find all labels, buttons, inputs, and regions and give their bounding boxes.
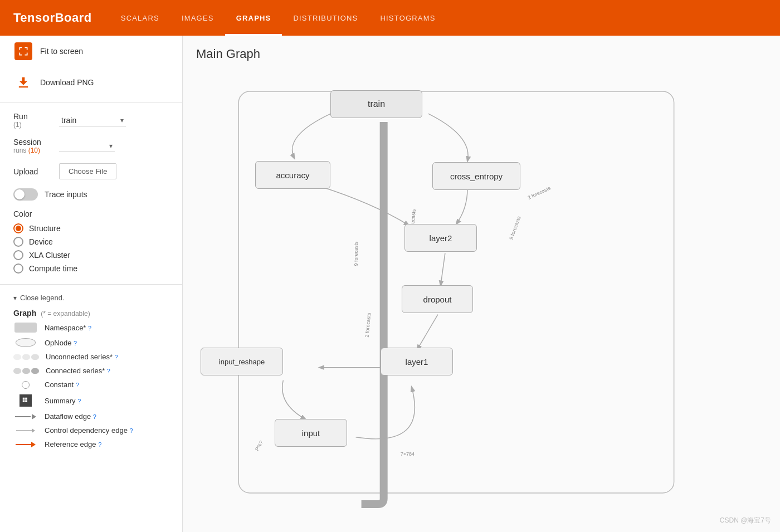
radio-device — [13, 237, 23, 247]
svg-text:2 forecasts: 2 forecasts — [527, 185, 552, 201]
session-label-block: Session runs (10) — [13, 138, 52, 154]
sidebar: Fit to screen Download PNG Run (1) — [0, 36, 183, 532]
namespace-label: Namespace* ? — [45, 324, 91, 332]
upload-row: Upload Choose File — [0, 159, 182, 184]
constant-label: Constant ? — [45, 380, 79, 389]
nav-distributions[interactable]: DISTRIBUTIONS — [282, 0, 369, 36]
main-layout: Fit to screen Download PNG Run (1) — [0, 36, 780, 532]
node-dropout[interactable]: dropout — [402, 285, 473, 313]
radio-xla — [13, 250, 23, 260]
node-accuracy[interactable]: accuracy — [255, 161, 330, 189]
legend-item-control: Control dependency edge ? — [0, 423, 182, 437]
run-label-block: Run (1) — [13, 112, 52, 129]
svg-text:9 forecasts: 9 forecasts — [353, 241, 359, 266]
graph-canvas: Main Graph — [183, 36, 780, 532]
summary-box — [20, 394, 32, 407]
upload-label: Upload — [13, 167, 52, 176]
graph-svg: %784 9 forecasts 11 forecasts 2 forecast… — [183, 69, 780, 532]
legend-item-opnode: OpNode ? — [0, 335, 182, 350]
reference-label: Reference edge ? — [45, 440, 101, 448]
legend-item-connected: Connected series* ? — [0, 364, 182, 378]
download-svg — [16, 75, 31, 90]
nav-graphs[interactable]: GRAPHS — [225, 0, 282, 36]
constant-icon — [13, 381, 38, 389]
opnode-icon — [13, 338, 38, 347]
legend-toggle[interactable]: ▾ Close legend. — [0, 289, 182, 306]
color-option-structure[interactable]: Structure — [13, 222, 169, 235]
divider-2 — [0, 284, 182, 285]
opnode-label: OpNode ? — [45, 339, 77, 347]
node-train[interactable]: train — [330, 90, 422, 118]
session-select[interactable] — [59, 140, 115, 152]
graph-area: %784 9 forecasts 11 forecasts 2 forecast… — [183, 69, 780, 532]
node-input[interactable]: input — [275, 419, 347, 447]
graph-legend-title: Graph (* = expandable) — [0, 306, 182, 320]
legend-item-reference: Reference edge ? — [0, 437, 182, 451]
app-logo: TensorBoard — [13, 11, 92, 25]
connected-icon — [13, 368, 39, 374]
svg-text:%784: %784 — [183, 281, 184, 294]
svg-text:9 forecasts: 9 forecasts — [508, 215, 522, 240]
unconnected-label: Unconnected series* ? — [46, 353, 118, 361]
control-label: Control dependency edge ? — [45, 426, 133, 435]
download-png-row[interactable]: Download PNG — [0, 67, 182, 98]
color-device-label: Device — [29, 237, 53, 246]
run-label: Run — [13, 112, 52, 121]
legend-item-unconnected: Unconnected series* ? — [0, 350, 182, 364]
summary-label: Summary ? — [45, 397, 81, 405]
graph-title-main: Graph — [13, 309, 36, 318]
summary-svg — [22, 397, 30, 404]
nav-images[interactable]: IMAGES — [170, 0, 225, 36]
legend-item-constant: Constant ? — [0, 378, 182, 392]
unconnected-icon — [13, 354, 39, 360]
color-option-compute[interactable]: Compute time — [13, 262, 169, 275]
connected-label: Connected series* ? — [46, 367, 110, 375]
run-select-wrapper: train — [59, 115, 126, 126]
color-label: Color — [13, 209, 169, 218]
node-input-reshape[interactable]: input_reshape — [201, 348, 283, 375]
fit-screen-svg — [18, 46, 29, 57]
session-label: Session — [13, 138, 52, 147]
run-row: Run (1) train — [0, 108, 182, 133]
svg-text:P%?: P%? — [254, 440, 264, 451]
app-header: TensorBoard SCALARS IMAGES GRAPHS DISTRI… — [0, 0, 780, 36]
download-icon — [14, 74, 32, 91]
namespace-icon — [13, 323, 38, 333]
node-layer2[interactable]: layer2 — [404, 224, 477, 252]
trace-inputs-row: Trace inputs — [0, 184, 182, 205]
legend-item-summary: Summary ? — [0, 392, 182, 409]
color-section: Color Structure Device XLA Cluster Compu… — [0, 205, 182, 280]
nav-scalars[interactable]: SCALARS — [110, 0, 170, 36]
node-cross-entropy[interactable]: cross_entropy — [432, 162, 520, 190]
fit-to-screen-row[interactable]: Fit to screen — [0, 36, 182, 67]
fit-to-screen-label: Fit to screen — [40, 47, 83, 56]
legend-item-namespace: Namespace* ? — [0, 320, 182, 335]
download-icon-wrapper — [13, 72, 33, 92]
legend-toggle-label: Close legend. — [20, 294, 65, 302]
radio-structure — [13, 223, 23, 233]
graph-title-sub: (* = expandable) — [41, 310, 90, 318]
toggle-knob — [14, 189, 25, 199]
svg-text:2 forecasts: 2 forecasts — [364, 313, 372, 338]
color-option-xla[interactable]: XLA Cluster — [13, 248, 169, 262]
node-layer1[interactable]: layer1 — [381, 348, 453, 375]
session-select-wrapper — [59, 140, 115, 152]
watermark: CSDN @海宝7号 — [720, 516, 771, 525]
choose-file-button[interactable]: Choose File — [59, 163, 116, 179]
nav-histograms[interactable]: HISTOGRAMS — [369, 0, 446, 36]
download-png-label: Download PNG — [40, 78, 94, 87]
legend-item-dataflow: Dataflow edge ? — [0, 409, 182, 423]
trace-inputs-toggle[interactable] — [13, 188, 38, 201]
chevron-icon: ▾ — [13, 294, 17, 302]
radio-compute — [13, 263, 23, 274]
svg-text:7×784: 7×784 — [401, 451, 415, 457]
run-select[interactable]: train — [59, 115, 126, 126]
color-option-device[interactable]: Device — [13, 235, 169, 248]
run-count: (1) — [13, 121, 52, 129]
session-row: Session runs (10) — [0, 133, 182, 159]
color-structure-label: Structure — [29, 224, 61, 233]
dataflow-icon — [13, 414, 38, 419]
session-sub: runs (10) — [13, 147, 52, 154]
color-compute-label: Compute time — [29, 264, 77, 273]
main-graph-title: Main Graph — [196, 47, 260, 61]
